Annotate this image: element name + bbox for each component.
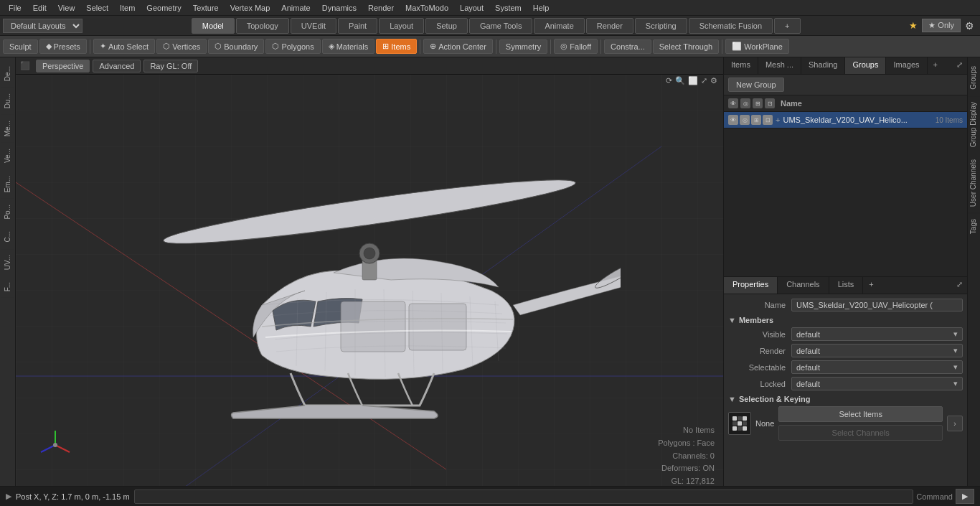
sidebar-item-em[interactable]: Em... — [1, 170, 14, 198]
constraints-button[interactable]: Constra... — [604, 39, 651, 54]
group-render-icon[interactable]: ◎ — [740, 115, 750, 125]
boundary-button[interactable]: ⬡ Boundary — [208, 39, 264, 54]
tab-uvedit[interactable]: UVEdit — [291, 18, 336, 34]
presets-button[interactable]: ◆ Presets — [39, 39, 87, 54]
group-eye-icon[interactable]: 👁 — [728, 115, 738, 125]
render-select[interactable]: default ▾ — [791, 344, 963, 357]
viewport-raygl[interactable]: Ray GL: Off — [143, 60, 198, 72]
layout-dropdown[interactable]: Default Layouts — [3, 19, 83, 33]
menu-animate[interactable]: Animate — [275, 2, 316, 14]
members-arrow[interactable]: ▼ — [728, 316, 736, 324]
name-field-input[interactable] — [791, 299, 963, 311]
menu-system[interactable]: System — [489, 2, 527, 14]
expand-selection-button[interactable]: › — [947, 416, 963, 431]
only-button[interactable]: ★ Only — [922, 19, 961, 32]
autoselect-button[interactable]: ✦ Auto Select — [93, 39, 155, 54]
edge-tab-tags[interactable]: Tags — [968, 213, 980, 240]
rp-tab-shading[interactable]: Shading — [801, 57, 845, 74]
sculpt-button[interactable]: Sculpt — [3, 39, 38, 54]
sidebar-item-f[interactable]: F... — [1, 276, 14, 297]
rp-tab-mesh[interactable]: Mesh ... — [758, 57, 801, 74]
rp-tab-images[interactable]: Images — [886, 57, 927, 74]
props-expand-icon[interactable]: ⤢ — [952, 277, 967, 294]
menu-edit[interactable]: Edit — [27, 2, 52, 14]
lock-icon[interactable]: ⊞ — [753, 98, 763, 108]
sidebar-item-de[interactable]: De... — [1, 60, 14, 87]
select-through-button[interactable]: Select Through — [653, 39, 719, 54]
select-channels-button[interactable]: Select Channels — [778, 425, 943, 441]
menu-dynamics[interactable]: Dynamics — [316, 2, 362, 14]
props-tab-lists[interactable]: Lists — [829, 277, 864, 294]
symmetry-button[interactable]: Symmetry — [499, 39, 548, 54]
render-icon[interactable]: ◎ — [740, 98, 750, 108]
sidebar-item-c[interactable]: C... — [1, 225, 14, 248]
selectable-select[interactable]: default ▾ — [791, 360, 963, 374]
sidebar-item-du[interactable]: Du... — [1, 88, 14, 114]
props-tab-add[interactable]: + — [863, 277, 879, 294]
workplane-button[interactable]: ⬜ WorkPlane — [725, 39, 789, 54]
menu-item[interactable]: Item — [114, 2, 141, 14]
rotate-icon[interactable]: ⟳ — [666, 76, 672, 85]
props-tab-channels[interactable]: Channels — [778, 277, 829, 294]
menu-help[interactable]: Help — [527, 2, 555, 14]
eye-icon[interactable]: 👁 — [728, 98, 738, 108]
polygons-button[interactable]: ⬡ Polygons — [265, 39, 320, 54]
items-button[interactable]: ⊞ Items — [376, 39, 417, 54]
group-sel-icon[interactable]: ⊞ — [751, 115, 761, 125]
action-center-button[interactable]: ⊕ Action Center — [423, 39, 493, 54]
star-button[interactable]: ★ — [909, 20, 918, 31]
tab-paint[interactable]: Paint — [338, 18, 377, 34]
locked-select[interactable]: default ▾ — [791, 377, 963, 390]
edge-tab-user-channels[interactable]: User Channels — [968, 154, 980, 212]
tab-layout[interactable]: Layout — [379, 18, 424, 34]
key-icon[interactable]: ⊡ — [765, 98, 775, 108]
menu-vertex-map[interactable]: Vertex Map — [225, 2, 276, 14]
rp-expand-icon[interactable]: ⤢ — [952, 57, 967, 74]
maximize-icon[interactable]: ⤢ — [701, 76, 707, 85]
command-go-button[interactable]: ▶ — [956, 489, 974, 504]
group-lock-icon[interactable]: ⊡ — [763, 115, 773, 125]
group-add-icon[interactable]: + — [776, 116, 780, 124]
group-item-0[interactable]: 👁 ◎ ⊞ ⊡ + UMS_Skeldar_V200_UAV_Helico...… — [724, 112, 967, 128]
menu-layout[interactable]: Layout — [454, 2, 489, 14]
tab-schematic-fusion[interactable]: Schematic Fusion — [689, 18, 773, 34]
rp-tab-add[interactable]: + — [928, 57, 943, 74]
visible-select[interactable]: default ▾ — [791, 327, 963, 341]
settings-icon[interactable]: ⚙ — [965, 20, 974, 32]
rp-tab-items[interactable]: Items — [724, 57, 758, 74]
sidebar-item-po[interactable]: Po... — [1, 199, 14, 225]
menu-geometry[interactable]: Geometry — [141, 2, 187, 14]
select-items-button[interactable]: Select Items — [778, 406, 943, 422]
materials-button[interactable]: ◈ Materials — [322, 39, 375, 54]
tab-game-tools[interactable]: Game Tools — [469, 18, 533, 34]
tab-add[interactable]: + — [774, 18, 800, 34]
menu-maxtomodo[interactable]: MaxToModo — [400, 2, 454, 14]
fit-icon[interactable]: ⬜ — [688, 76, 698, 85]
tab-setup[interactable]: Setup — [425, 18, 468, 34]
vertices-button[interactable]: ⬡ Vertices — [156, 39, 207, 54]
new-group-button[interactable]: New Group — [728, 78, 784, 92]
menu-file[interactable]: File — [3, 2, 27, 14]
menu-render[interactable]: Render — [362, 2, 400, 14]
command-input[interactable] — [134, 489, 914, 504]
menu-select[interactable]: Select — [80, 2, 114, 14]
tab-model[interactable]: Model — [192, 18, 235, 34]
sidebar-item-ve[interactable]: Ve... — [1, 143, 14, 169]
viewport[interactable]: ⬛ Perspective Advanced Ray GL: Off — [16, 57, 723, 506]
rp-tab-groups[interactable]: Groups — [845, 57, 886, 74]
sidebar-item-me[interactable]: Me... — [1, 115, 14, 142]
tab-topology[interactable]: Topology — [236, 18, 289, 34]
tab-scripting[interactable]: Scripting — [635, 18, 687, 34]
menu-texture[interactable]: Texture — [187, 2, 225, 14]
selection-arrow[interactable]: ▼ — [728, 395, 736, 403]
props-tab-properties[interactable]: Properties — [724, 277, 778, 294]
viewport-canvas[interactable]: No Items Polygons : Face Channels: 0 Def… — [16, 75, 723, 506]
sidebar-item-uv[interactable]: UV... — [1, 249, 14, 276]
viewport-mode-advanced[interactable]: Advanced — [93, 60, 141, 72]
edge-tab-group-display[interactable]: Group Display — [968, 96, 980, 153]
falloff-button[interactable]: ◎ Falloff — [554, 39, 598, 54]
zoom-icon[interactable]: 🔍 — [675, 76, 685, 85]
viewport-mode-perspective[interactable]: Perspective — [36, 60, 90, 72]
tab-render[interactable]: Render — [586, 18, 633, 34]
tab-animate[interactable]: Animate — [534, 18, 584, 34]
